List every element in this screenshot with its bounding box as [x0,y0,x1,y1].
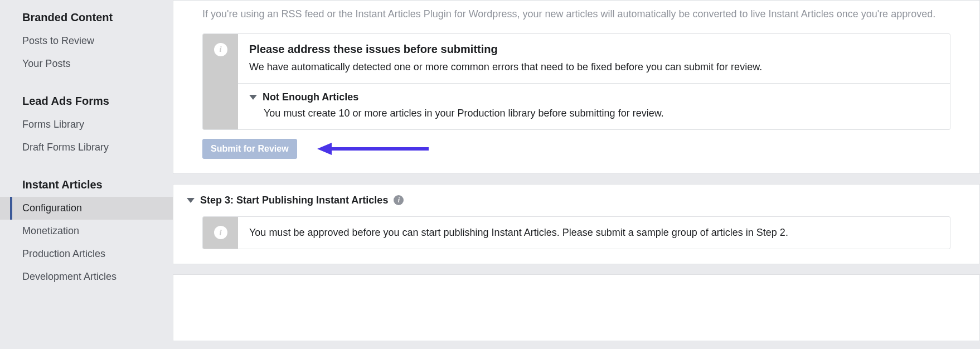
issue-item-desc: You must create 10 or more articles in y… [249,108,939,119]
step3-message-side: i [203,217,238,249]
sidebar-section-branded-content: Branded Content [0,6,173,30]
sidebar-section-instant-articles: Instant Articles [0,173,173,197]
step3-message-box: i You must be approved before you can st… [202,216,950,249]
svg-marker-1 [317,143,332,155]
sidebar-item-development-articles[interactable]: Development Articles [0,265,173,288]
issue-item-title: Not Enough Articles [263,91,358,103]
sidebar-item-monetization[interactable]: Monetization [0,220,173,243]
sidebar-item-configuration[interactable]: Configuration [0,197,173,220]
issue-title: Please address these issues before submi… [249,43,939,56]
step3-message: You must be approved before you can star… [238,217,950,249]
annotation-arrow-icon [317,142,434,156]
next-card [173,274,980,341]
sidebar-item-production-articles[interactable]: Production Articles [0,243,173,265]
chevron-down-icon [249,95,257,100]
step3-title: Step 3: Start Publishing Instant Article… [200,195,388,206]
intro-text: If you're using an RSS feed or the Insta… [202,6,950,22]
info-icon: i [214,43,227,56]
sidebar-section-lead-ads-forms: Lead Ads Forms [0,89,173,113]
chevron-down-icon [187,198,195,203]
submit-for-review-button[interactable]: Submit for Review [202,139,297,159]
info-icon[interactable]: i [394,195,404,205]
sidebar-item-your-posts[interactable]: Your Posts [0,52,173,75]
sidebar-item-draft-forms-library[interactable]: Draft Forms Library [0,136,173,159]
step3-card: Step 3: Start Publishing Instant Article… [173,184,980,264]
sidebar: Branded Content Posts to Review Your Pos… [0,0,173,349]
issue-item[interactable]: Not Enough Articles You must create 10 o… [238,84,950,129]
sidebar-item-posts-to-review[interactable]: Posts to Review [0,30,173,52]
issue-box-side: i [203,34,238,129]
step3-header[interactable]: Step 3: Start Publishing Instant Article… [187,195,950,206]
issue-box: i Please address these issues before sub… [202,33,950,130]
sidebar-item-forms-library[interactable]: Forms Library [0,113,173,136]
step2-card: If you're using an RSS feed or the Insta… [173,0,980,174]
main-content: If you're using an RSS feed or the Insta… [173,0,980,349]
info-icon: i [214,226,227,239]
issue-desc: We have automatically detected one or mo… [249,61,939,73]
